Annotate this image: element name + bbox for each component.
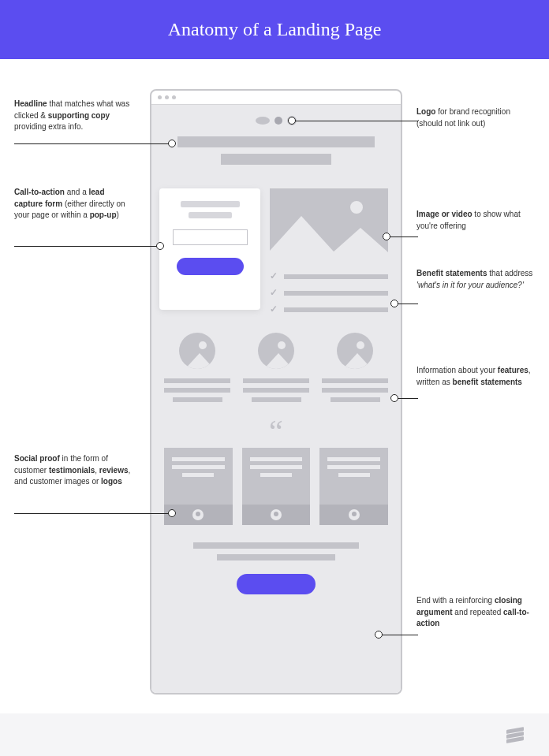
- marker-dot: [383, 233, 390, 240]
- headline-bar: [177, 136, 375, 147]
- testimonial-card: [319, 448, 388, 525]
- testimonials-row: [164, 448, 388, 525]
- footer: [0, 713, 549, 756]
- marker-dot: [288, 117, 296, 125]
- closing-section: [164, 542, 388, 594]
- cta-button-placeholder: [177, 258, 244, 275]
- closing-cta-placeholder: [237, 574, 316, 594]
- annotation-benefit: Benefit statements that address 'what's …: [416, 268, 535, 291]
- annotation-headline: Headline that matches what was clicked &…: [14, 99, 133, 133]
- feature-icon: [179, 333, 215, 369]
- marker-dot: [168, 140, 176, 147]
- form-input-placeholder: [173, 229, 248, 245]
- buffer-logo-icon: [506, 727, 524, 744]
- quote-icon: “: [164, 424, 388, 440]
- annotation-image: Image or video to show what you're offer…: [416, 209, 535, 232]
- hero-image-placeholder: [270, 188, 388, 259]
- check-icon: ✓: [270, 304, 278, 315]
- marker-dot: [390, 300, 398, 307]
- diagram-title: Anatomy of a Landing Page: [0, 0, 549, 59]
- annotation-logo: Logo for brand recognition (should not l…: [416, 106, 535, 129]
- browser-chrome: [151, 91, 401, 105]
- avatar-icon: [192, 509, 204, 520]
- marker-dot: [390, 394, 398, 402]
- avatar-icon: [271, 509, 282, 520]
- annotation-social: Social proof in the form of customer tes…: [14, 453, 133, 488]
- diagram-canvas: ✓ ✓ ✓ “: [0, 59, 549, 713]
- annotation-features: Information about your features, written…: [416, 365, 535, 388]
- marker-dot: [168, 509, 176, 517]
- features-row: [164, 333, 388, 402]
- testimonial-card: [242, 448, 311, 525]
- annotation-closing: End with a reinforcing closing argument …: [416, 595, 535, 630]
- marker-dot: [375, 631, 383, 639]
- feature-icon: [258, 333, 294, 369]
- cta-form-card: [159, 188, 260, 310]
- subheadline-bar: [221, 154, 331, 165]
- check-icon: ✓: [270, 287, 278, 299]
- marker-dot: [156, 242, 164, 250]
- benefits-list: ✓ ✓ ✓: [270, 270, 388, 315]
- feature-icon: [337, 333, 373, 369]
- page-mockup: ✓ ✓ ✓ “: [151, 105, 401, 693]
- annotation-cta: Call-to-action and a lead capture form (…: [14, 187, 133, 222]
- avatar-icon: [349, 509, 360, 520]
- check-icon: ✓: [270, 270, 278, 282]
- browser-frame: ✓ ✓ ✓ “: [150, 89, 402, 695]
